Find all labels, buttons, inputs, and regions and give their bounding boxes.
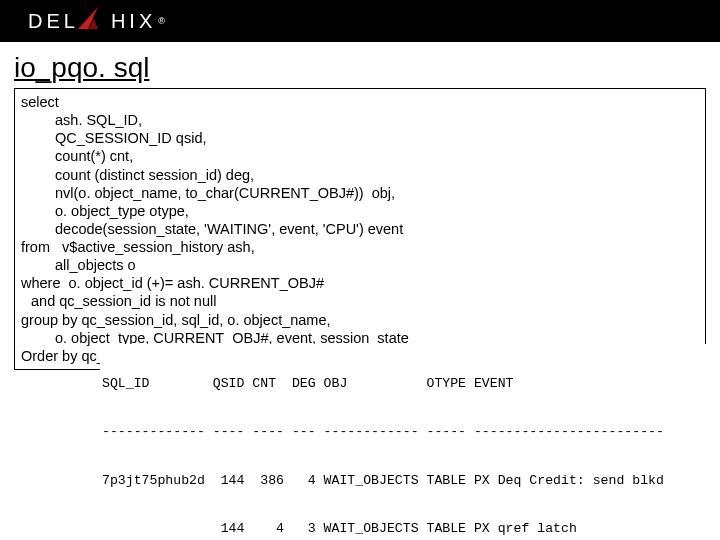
sql-line: all_objects o <box>21 256 699 274</box>
sql-line: from v$active_session_history ash, <box>21 238 699 256</box>
table-row: 7p3jt75phub2d 144 386 4 WAIT_OBJECTS TAB… <box>102 473 704 489</box>
table-row: 144 4 3 WAIT_OBJECTS TABLE PX qref latch <box>102 521 704 537</box>
sql-line: select <box>21 93 699 111</box>
sql-line: count (distinct session_id) deg, <box>21 166 699 184</box>
sql-line: and qc_session_id is not null <box>21 292 699 310</box>
logo-text-right: HIX <box>111 10 156 33</box>
logo-accent-icon <box>80 13 110 29</box>
sql-line: group by qc_session_id, sql_id, o. objec… <box>21 311 699 329</box>
sql-query-box: select ash. SQL_ID, QC_SESSION_ID qsid, … <box>14 88 706 370</box>
header-bar: DEL HIX ® <box>0 0 720 42</box>
sql-line: decode(session_state, 'WAITING', event, … <box>21 220 699 238</box>
page-content: io_pqo. sql select ash. SQL_ID, QC_SESSI… <box>0 42 720 540</box>
logo-text-left: DEL <box>28 10 79 33</box>
sql-line: count(*) cnt, <box>21 147 699 165</box>
table-divider-row: ------------- ---- ---- --- ------------… <box>102 424 704 440</box>
sql-line: o. object_type otype, <box>21 202 699 220</box>
sql-line: ash. SQL_ID, <box>21 111 699 129</box>
logo: DEL HIX ® <box>28 10 165 33</box>
page-title: io_pqo. sql <box>14 52 706 84</box>
sql-line: where o. object_id (+)= ash. CURRENT_OBJ… <box>21 274 699 292</box>
table-header-row: SQL_ID QSID CNT DEG OBJ OTYPE EVENT <box>102 376 704 392</box>
result-table: SQL_ID QSID CNT DEG OBJ OTYPE EVENT ----… <box>100 344 706 540</box>
logo-registered: ® <box>158 16 165 26</box>
sql-line: QC_SESSION_ID qsid, <box>21 129 699 147</box>
sql-line: nvl(o. object_name, to_char(CURRENT_OBJ#… <box>21 184 699 202</box>
